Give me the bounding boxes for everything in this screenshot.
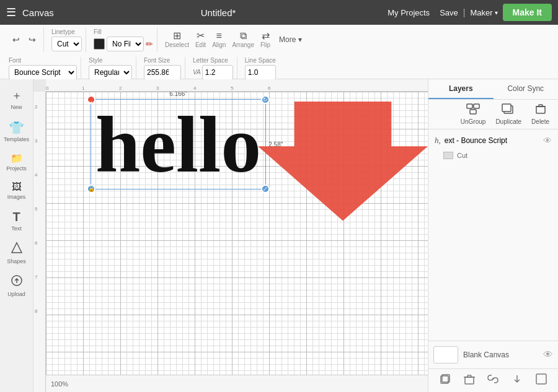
line-space-input[interactable]	[245, 65, 276, 80]
layers-move-down-icon[interactable]	[511, 373, 523, 388]
linetype-label: Linetype	[51, 28, 82, 35]
svg-rect-3	[467, 104, 472, 108]
sidebar-tabs: Layers Color Sync	[428, 79, 558, 100]
visibility-icon[interactable]: 👁	[543, 136, 552, 146]
pen-icon: ✏	[146, 39, 153, 49]
edit-label[interactable]: Edit	[195, 41, 206, 48]
svg-rect-15	[467, 375, 471, 377]
color-swatch	[94, 38, 105, 50]
ruler-tick-1: 1	[82, 85, 84, 91]
redo-btn[interactable]: ↪	[25, 32, 40, 47]
style-label: Style	[89, 57, 132, 64]
tab-layers[interactable]: Layers	[428, 79, 494, 99]
canvas-content[interactable]: 6.166" 2.58" ✕ ↻ 🔒 ⤢	[46, 92, 428, 392]
right-sidebar: Layers Color Sync UnGroup Duplicate	[428, 79, 558, 392]
svg-marker-0	[12, 243, 22, 253]
canvas-visibility-icon[interactable]: 👁	[543, 349, 553, 360]
sidebar-item-projects[interactable]: 📁 Projects	[2, 149, 32, 175]
ruler-tick-3: 3	[156, 85, 159, 91]
toolbar: ↩ ↪ Linetype Cut Fill No Fill	[0, 25, 558, 79]
actions-group: ⊞ Deselect ✂ Edit ≡ Align ⧉ Arrange ⇄ Fl…	[161, 27, 308, 52]
layer-text-icon: h,	[435, 136, 441, 146]
duplicate-btn[interactable]: Duplicate	[492, 102, 525, 126]
linetype-select[interactable]: Cut	[51, 37, 82, 51]
fill-selector[interactable]: No Fill ✏	[94, 37, 153, 51]
sidebar-item-new[interactable]: ＋ New	[2, 84, 32, 114]
font-label: Font	[9, 57, 77, 64]
fill-label: Fill	[94, 28, 153, 35]
tab-color-sync[interactable]: Color Sync	[494, 79, 559, 99]
toolbar-row1: ↩ ↪ Linetype Cut Fill No Fill	[5, 27, 553, 52]
sidebar-bottom-icons	[428, 368, 558, 392]
text-icon: T	[12, 210, 20, 224]
app-title: Canvas	[22, 7, 54, 18]
deselect-icon: ⊞	[173, 30, 181, 41]
canvas-color-swatch[interactable]	[433, 346, 458, 364]
deselect-label[interactable]: Deselect	[165, 41, 189, 48]
sidebar-label-images: Images	[7, 194, 26, 200]
projects-icon: 📁	[11, 152, 23, 164]
layers-link-icon[interactable]	[487, 373, 499, 388]
sidebar-item-upload[interactable]: Upload	[2, 271, 32, 301]
layers-add-icon[interactable]	[535, 373, 547, 388]
edit-icon: ✂	[197, 30, 205, 41]
arrange-label[interactable]: Arrange	[232, 41, 254, 48]
save-btn[interactable]: Save	[440, 8, 458, 17]
layer-sub-item: Cut	[428, 149, 558, 162]
svg-rect-5	[470, 110, 476, 114]
ruler-tick-v4: 5	[35, 206, 37, 212]
nav-buttons: My Projects Save | Maker ▾ Make It	[383, 4, 552, 21]
maker-btn[interactable]: Maker ▾	[470, 8, 497, 17]
align-label[interactable]: Align	[212, 41, 226, 48]
duplicate-icon	[502, 103, 515, 117]
svg-rect-4	[474, 104, 479, 108]
linetype-group: Linetype Cut	[48, 27, 86, 52]
style-select[interactable]: Regular	[89, 65, 132, 80]
ruler-tick-0: 0	[46, 85, 48, 91]
sidebar-item-text[interactable]: T Text	[2, 206, 32, 235]
layers-list: h, ext - Bounce Script 👁 Cut	[428, 129, 558, 238]
svg-rect-8	[536, 107, 545, 113]
undo-redo-group: ↩ ↪	[5, 27, 44, 52]
flip-label[interactable]: Flip	[260, 41, 270, 48]
align-icon: ≡	[216, 30, 222, 41]
font-select[interactable]: Bounce Script	[9, 65, 77, 80]
left-sidebar: ＋ New 👕 Templates 📁 Projects 🖼 Images T …	[0, 79, 33, 392]
layer-item[interactable]: h, ext - Bounce Script 👁	[428, 132, 558, 149]
ruler-tick-v5: 6	[35, 240, 37, 246]
hamburger-menu[interactable]: ☰	[6, 6, 16, 19]
canvas-area[interactable]: 0 1 2 3 4 5 6 2 3 4 5 6 7 8	[33, 79, 428, 392]
sidebar-label-templates: Templates	[4, 136, 29, 142]
letter-space-input[interactable]	[202, 65, 233, 80]
sidebar-item-shapes[interactable]: Shapes	[2, 238, 32, 268]
cut-swatch	[443, 152, 453, 159]
svg-rect-10	[539, 105, 542, 107]
make-it-btn[interactable]: Make It	[503, 4, 552, 21]
sidebar-item-templates[interactable]: 👕 Templates	[2, 116, 32, 146]
line-space-group: Line Space	[241, 57, 280, 79]
ungroup-btn[interactable]: UnGroup	[457, 102, 490, 126]
hello-text[interactable]: hello	[95, 104, 261, 185]
sidebar-bottom: Blank Canvas 👁	[428, 341, 558, 368]
line-space-label: Line Space	[245, 57, 276, 64]
font-size-input[interactable]	[144, 65, 181, 80]
toolbar-row2: Font Bounce Script Style Regular Font Si…	[5, 57, 553, 79]
text-element[interactable]: 6.166" 2.58" ✕ ↻ 🔒 ⤢	[95, 104, 261, 185]
sidebar-label-projects: Projects	[6, 165, 27, 172]
sidebar-label-text: Text	[11, 225, 22, 232]
ruler-tick-4: 4	[193, 85, 196, 91]
my-projects-btn[interactable]: My Projects	[383, 6, 435, 20]
more-btn[interactable]: More ▾	[277, 34, 304, 45]
shapes-icon	[11, 242, 23, 257]
font-size-label: Font Size	[144, 57, 181, 64]
sidebar-item-images[interactable]: 🖼 Images	[2, 178, 32, 204]
layers-copy-icon[interactable]	[439, 373, 451, 388]
layer-name: ext - Bounce Script	[445, 136, 539, 145]
delete-btn[interactable]: Delete	[528, 102, 553, 126]
undo-btn[interactable]: ↩	[9, 32, 24, 47]
layers-toolbar: UnGroup Duplicate Delete	[428, 100, 558, 129]
va-label: VA	[193, 69, 201, 76]
zoom-percent: 100%	[51, 380, 68, 388]
fill-select[interactable]: No Fill	[107, 37, 144, 51]
layers-trash-icon[interactable]	[463, 373, 476, 388]
